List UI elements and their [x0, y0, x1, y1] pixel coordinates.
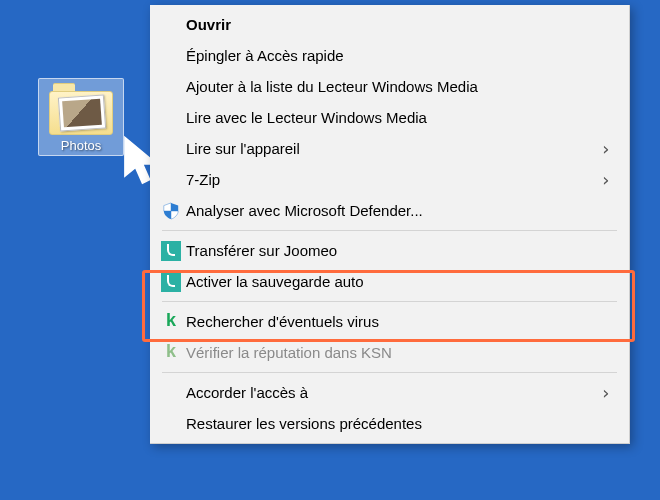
joomeo-icon [158, 271, 184, 293]
defender-shield-icon [158, 200, 184, 222]
menu-item-label: Transférer sur Joomeo [186, 242, 611, 259]
menu-item-label: Accorder l'accès à [186, 384, 600, 401]
menu-item-label: Vérifier la réputation dans KSN [186, 344, 611, 361]
menu-item-label: Restaurer les versions précédentes [186, 415, 611, 432]
chevron-right-icon: › [600, 138, 611, 159]
menu-item-7zip[interactable]: 7-Zip › [150, 164, 629, 195]
chevron-right-icon: › [600, 169, 611, 190]
menu-item-label: 7-Zip [186, 171, 600, 188]
menu-item-defender-scan[interactable]: Analyser avec Microsoft Defender... [150, 195, 629, 226]
desktop-folder[interactable]: Photos [38, 78, 124, 156]
menu-item-kaspersky-scan[interactable]: k Rechercher d'éventuels virus [150, 306, 629, 337]
menu-item-open[interactable]: Ouvrir [150, 9, 629, 40]
menu-item-label: Activer la sauvegarde auto [186, 273, 611, 290]
menu-item-label: Lire avec le Lecteur Windows Media [186, 109, 611, 126]
menu-separator [162, 301, 617, 302]
menu-item-wmp-play[interactable]: Lire avec le Lecteur Windows Media [150, 102, 629, 133]
joomeo-icon [158, 240, 184, 262]
menu-item-label: Épingler à Accès rapide [186, 47, 611, 64]
menu-item-label: Lire sur l'appareil [186, 140, 600, 157]
menu-item-restore-previous-versions[interactable]: Restaurer les versions précédentes [150, 408, 629, 439]
menu-separator [162, 372, 617, 373]
menu-item-pin-quick-access[interactable]: Épingler à Accès rapide [150, 40, 629, 71]
menu-item-wmp-add-to-list[interactable]: Ajouter à la liste du Lecteur Windows Me… [150, 71, 629, 102]
menu-item-joomeo-auto-backup[interactable]: Activer la sauvegarde auto [150, 266, 629, 297]
menu-item-label: Ouvrir [186, 16, 611, 33]
kaspersky-icon: k [158, 311, 184, 333]
context-menu: Ouvrir Épingler à Accès rapide Ajouter à… [150, 5, 630, 444]
menu-item-label: Rechercher d'éventuels virus [186, 313, 611, 330]
menu-item-kaspersky-ksn: k Vérifier la réputation dans KSN [150, 337, 629, 368]
menu-separator [162, 230, 617, 231]
menu-item-cast-to-device[interactable]: Lire sur l'appareil › [150, 133, 629, 164]
menu-item-label: Analyser avec Microsoft Defender... [186, 202, 611, 219]
menu-item-label: Ajouter à la liste du Lecteur Windows Me… [186, 78, 611, 95]
chevron-right-icon: › [600, 382, 611, 403]
kaspersky-icon: k [158, 342, 184, 364]
folder-icon [49, 83, 113, 135]
menu-item-grant-access[interactable]: Accorder l'accès à › [150, 377, 629, 408]
folder-label: Photos [41, 138, 121, 153]
menu-item-joomeo-transfer[interactable]: Transférer sur Joomeo [150, 235, 629, 266]
